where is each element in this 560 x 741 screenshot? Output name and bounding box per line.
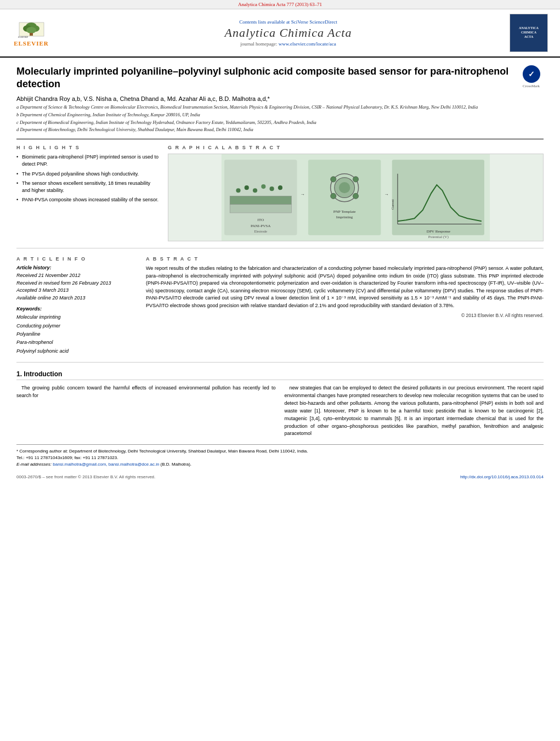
email-addresses[interactable]: bansi.malhotra@gmail.com, bansi.malhotra…: [53, 462, 159, 467]
elsevier-logo: ELSEVIER ELSEVIER: [7, 18, 56, 48]
svg-text:ITO: ITO: [257, 218, 264, 223]
paper-body: Molecularly imprinted polyaniline–polyvi…: [0, 58, 560, 485]
elsevier-logo-area: ELSEVIER ELSEVIER: [7, 18, 72, 48]
journal-title: Analytica Chimica Acta: [72, 26, 504, 40]
elsevier-tree-icon: ELSEVIER: [16, 20, 47, 39]
journal-top-bar: Analytica Chimica Acta 777 (2013) 63–71: [0, 0, 560, 9]
analytica-logo: ANALYTICACHIMICAACTA: [510, 14, 548, 52]
affiliations-section: a Department of Science & Technology Cen…: [16, 104, 544, 140]
highlights-graphical-section: H I G H L I G H T S Biomimetic para-nitr…: [16, 145, 544, 248]
email-label: E-mail addresses:: [16, 462, 52, 467]
highlights-label: H I G H L I G H T S: [16, 145, 159, 150]
graphical-abstract-column: G R A P H I C A L A B S T R A C T: [168, 145, 544, 241]
sciverse-link-text[interactable]: SciVerse ScienceDirect: [291, 19, 337, 25]
article-info-label: A R T I C L E I N F O: [16, 256, 137, 262]
graphical-abstract-svg: ITO PANI-PVSA Electrode →: [168, 154, 543, 241]
article-title-section: Molecularly imprinted polyaniline–polyvi…: [16, 65, 544, 91]
article-title: Molecularly imprinted polyaniline–polyvi…: [16, 65, 513, 91]
svg-point-27: [331, 194, 336, 199]
svg-point-26: [353, 177, 358, 182]
affiliation-c-text: c Department of Biomedical Engineering, …: [16, 120, 316, 125]
keyword-2: Conducting polymer: [16, 322, 137, 330]
abstract-text: We report results of the studies relatin…: [146, 265, 544, 309]
svg-point-16: [278, 185, 282, 190]
journal-logo-right: ANALYTICACHIMICAACTA: [504, 14, 553, 52]
journal-homepage-line: journal homepage: www.elsevier.com/locat…: [72, 41, 504, 47]
sciverse-line: Contents lists available at SciVerse Sci…: [72, 19, 504, 25]
introduction-heading: 1. Introduction: [16, 370, 544, 380]
svg-text:Electrode: Electrode: [254, 230, 268, 233]
affiliation-c: c Department of Biomedical Engineering, …: [16, 120, 544, 126]
svg-text:PNP Template: PNP Template: [333, 210, 356, 214]
svg-point-11: [236, 189, 240, 193]
keyword-3: Polyaniline: [16, 330, 137, 338]
graphical-abstract-image: ITO PANI-PVSA Electrode →: [168, 154, 544, 241]
svg-rect-5: [30, 33, 33, 36]
history-label: Article history:: [16, 265, 137, 270]
affiliation-d-text: d Department of Biotechnology, Delhi Tec…: [16, 127, 253, 132]
elsevier-brand-text: ELSEVIER: [14, 40, 49, 47]
affiliation-b: b Department of Chemical Engineering, In…: [16, 112, 544, 118]
affiliation-d: d Department of Biotechnology, Delhi Tec…: [16, 127, 544, 133]
journal-header-center: Contents lists available at SciVerse Sci…: [72, 19, 504, 47]
keyword-1: Molecular imprinting: [16, 313, 137, 321]
email-footnote: E-mail addresses: bansi.malhotra@gmail.c…: [16, 461, 544, 468]
homepage-label: journal homepage:: [240, 41, 277, 47]
highlights-column: H I G H L I G H T S Biomimetic para-nitr…: [16, 145, 159, 241]
svg-text:Imprinting: Imprinting: [336, 216, 353, 220]
keyword-4: Para-nitrophenol: [16, 338, 137, 347]
article-info-abstract-section: A R T I C L E I N F O Article history: R…: [16, 256, 544, 362]
svg-text:ELSEVIER: ELSEVIER: [18, 36, 28, 38]
corresponding-author-footnote: * Corresponding author at: Department of…: [16, 448, 544, 455]
svg-point-28: [353, 194, 358, 199]
svg-text:Current: Current: [391, 199, 394, 210]
authors-line: Abhijit Chandra Roy a,b, V.S. Nisha a, C…: [16, 95, 544, 102]
affiliation-a-text: a Department of Science & Technology Cen…: [16, 104, 478, 110]
keywords-label: Keywords:: [16, 306, 137, 312]
intro-left-paragraph: The growing public concern toward the ha…: [16, 384, 276, 400]
doi-link[interactable]: http://dx.doi.org/10.1016/j.aca.2013.03.…: [460, 474, 544, 479]
tel-fax-footnote: Tel.: +91 11 27871043x1609; fax: +91 11 …: [16, 455, 544, 461]
svg-text:PANI-PVSA: PANI-PVSA: [251, 224, 271, 228]
affiliation-b-text: b Department of Chemical Engineering, In…: [16, 112, 200, 117]
svg-text:Potential (V): Potential (V): [428, 235, 449, 239]
svg-point-15: [270, 186, 274, 191]
homepage-url[interactable]: www.elsevier.com/locate/aca: [279, 41, 336, 47]
highlight-item-1: Biomimetic para-nitrophenol (PNP) imprin…: [16, 154, 159, 167]
highlight-text-1: Biomimetic para-nitrophenol (PNP) imprin…: [22, 154, 159, 167]
bottom-bar: 0003-2670/$ – see front matter © 2013 El…: [16, 472, 544, 479]
crossmark-badge: ✓ CrossMark: [519, 65, 544, 88]
highlight-item-2: The PVSA doped polyaniline shows high co…: [16, 171, 159, 178]
svg-point-4: [26, 27, 36, 33]
introduction-text-columns: The growing public concern toward the ha…: [16, 384, 544, 438]
affiliation-a: a Department of Science & Technology Cen…: [16, 104, 544, 111]
footnote-area: * Corresponding author at: Department of…: [16, 444, 544, 468]
svg-text:DPV Response: DPV Response: [427, 229, 450, 234]
article-info-column: A R T I C L E I N F O Article history: R…: [16, 256, 137, 355]
intro-right-text: new strategies that can be employed to d…: [285, 385, 544, 437]
graphical-abstract-label: G R A P H I C A L A B S T R A C T: [168, 145, 544, 150]
svg-rect-9: [230, 205, 291, 213]
available-date: Available online 20 March 2013: [16, 295, 137, 302]
svg-text:→: →: [384, 193, 388, 197]
svg-point-14: [261, 184, 265, 189]
abstract-label: A B S T R A C T: [146, 256, 544, 262]
email-suffix: (B.D. Malhotra).: [161, 462, 191, 467]
highlight-text-3: The sensor shows excellent sensitivity, …: [22, 180, 150, 193]
accepted-date: Accepted 3 March 2013: [16, 287, 137, 295]
svg-point-12: [245, 185, 249, 190]
highlight-item-3: The sensor shows excellent sensitivity, …: [16, 180, 159, 194]
authors-text: Abhijit Chandra Roy a,b, V.S. Nisha a, C…: [16, 95, 270, 102]
highlight-text-2: The PVSA doped polyaniline shows high co…: [22, 171, 139, 177]
highlight-text-4: PANI-PVSA composite shows increased stab…: [22, 197, 159, 202]
contents-list-text: Contents lists available at: [239, 19, 290, 25]
introduction-section: 1. Introduction The growing public conce…: [16, 370, 544, 438]
svg-point-24: [339, 182, 350, 193]
received-date: Received 21 November 2012: [16, 272, 137, 280]
crossmark-label: CrossMark: [523, 84, 540, 88]
highlight-item-4: PANI-PVSA composite shows increased stab…: [16, 196, 159, 203]
intro-right-column: new strategies that can be employed to d…: [285, 384, 544, 438]
journal-citation: Analytica Chimica Acta 777 (2013) 63–71: [238, 2, 322, 7]
intro-left-text: The growing public concern toward the ha…: [16, 385, 276, 398]
intro-right-paragraph: new strategies that can be employed to d…: [285, 384, 544, 438]
